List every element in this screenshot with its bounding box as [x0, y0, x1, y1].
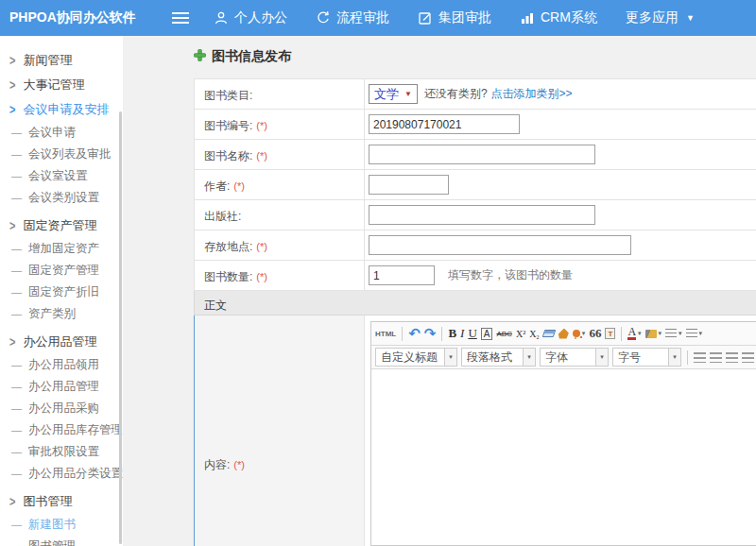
align-justify-button[interactable]: [742, 352, 754, 363]
align-center-icon: [710, 352, 722, 363]
unordered-list-button[interactable]: ▾: [686, 329, 703, 339]
add-plus-icon: [194, 48, 206, 65]
sidebar-item-meeting-apply[interactable]: —会议申请: [0, 122, 123, 144]
publisher-input[interactable]: [369, 205, 595, 225]
form-row-location: 存放地点:(*): [194, 230, 756, 261]
sidebar-item-supplies-inventory[interactable]: —办公用品库存管理: [0, 419, 123, 441]
form-row-quantity: 图书数量:(*) 填写数字，该图书的数量: [194, 261, 756, 291]
form-row-author: 作者:(*): [194, 170, 756, 200]
blockquote-button[interactable]: 66: [589, 326, 601, 341]
sidebar-item-news-mgmt[interactable]: >新闻管理: [9, 53, 123, 68]
format-clear-button[interactable]: [558, 329, 569, 339]
html-source-button[interactable]: HTML: [375, 330, 396, 338]
location-input[interactable]: [369, 235, 631, 255]
font-color-button[interactable]: A▾: [627, 327, 641, 340]
sidebar-item-asset-depreciation[interactable]: —固定资产折旧: [0, 282, 123, 303]
sidebar-item-book-mgmt[interactable]: >图书管理: [9, 494, 123, 509]
dash-icon: —: [11, 446, 22, 458]
dash-icon: —: [11, 402, 22, 415]
dash-icon: —: [11, 286, 22, 299]
editor-content-area[interactable]: [371, 369, 756, 545]
sidebar-item-meeting-category[interactable]: —会议类别设置: [0, 187, 123, 209]
dash-icon: —: [11, 127, 22, 139]
nav-group-approval[interactable]: 集团审批: [418, 9, 491, 26]
field-label: 出版社:: [204, 210, 241, 223]
font-size-select[interactable]: 字号▾: [612, 348, 681, 367]
sidebar-item-book-manage[interactable]: —图书管理: [0, 536, 123, 546]
category-hint: 还没有类别?: [424, 86, 488, 102]
menu-toggle-icon[interactable]: [172, 12, 189, 24]
sidebar-item-meeting-room[interactable]: —会议室设置: [0, 165, 123, 187]
italic-button[interactable]: I: [460, 326, 464, 341]
app-logo: PHPOA协同办公软件: [0, 9, 151, 26]
section-header-body: 正文: [194, 291, 756, 316]
book-name-input[interactable]: [369, 145, 595, 164]
dash-icon: —: [11, 468, 22, 480]
sidebar-item-supplies-purchase[interactable]: —办公用品采购: [0, 398, 123, 419]
sidebar-item-approval-permission[interactable]: —审批权限设置: [0, 441, 123, 463]
author-input[interactable]: [369, 175, 449, 195]
toolbar-separator: [441, 327, 442, 341]
redo-button[interactable]: ↷: [424, 327, 437, 340]
nav-crm-system[interactable]: CRM系统: [520, 9, 597, 26]
doodle-button[interactable]: ▾: [573, 330, 586, 337]
sidebar-scrollbar[interactable]: [119, 111, 122, 544]
bold-button[interactable]: B: [448, 326, 456, 341]
book-number-input[interactable]: [369, 114, 520, 134]
caret-down-icon: ▾: [679, 330, 682, 337]
undo-button[interactable]: ↶: [408, 327, 421, 340]
align-center-button[interactable]: [710, 352, 722, 363]
align-left-button[interactable]: [694, 352, 706, 363]
toolbar-separator: [621, 327, 622, 341]
char-border-button[interactable]: A: [481, 328, 493, 340]
sidebar-item-supplies-mgmt[interactable]: >办公用品管理: [9, 334, 123, 350]
required-marker: (*): [256, 120, 267, 131]
dash-icon: —: [11, 519, 22, 531]
align-right-button[interactable]: [726, 352, 738, 363]
sidebar-item-meeting-list[interactable]: —会议列表及审批: [0, 144, 123, 165]
paste-text-button[interactable]: T: [605, 328, 615, 339]
edit-square-icon: [418, 10, 433, 26]
nav-more-apps[interactable]: 更多应用: [626, 9, 679, 26]
superscript-button[interactable]: X²: [516, 329, 525, 339]
highlight-color-button[interactable]: ▾: [645, 330, 662, 338]
nav-personal-office[interactable]: 个人办公: [214, 9, 287, 26]
sidebar-item-meeting-mgmt[interactable]: >会议申请及安排: [9, 102, 123, 117]
underline-button[interactable]: U: [468, 326, 476, 341]
sidebar-item-asset-mgmt[interactable]: >固定资产管理: [9, 218, 123, 233]
custom-title-select[interactable]: 自定义标题▾: [375, 348, 457, 367]
font-family-select[interactable]: 字体▾: [540, 348, 609, 367]
ordered-list-button[interactable]: ▾: [665, 329, 682, 339]
sidebar: >新闻管理 >大事记管理 >会议申请及安排 —会议申请 —会议列表及审批 —会议…: [0, 36, 123, 546]
quantity-hint: 填写数字，该图书的数量: [448, 267, 573, 283]
sidebar-item-book-new[interactable]: —新建图书: [0, 514, 123, 536]
subscript-button[interactable]: X₂: [529, 329, 540, 339]
chevron-right-icon: >: [9, 51, 15, 70]
sidebar-item-supplies-claim[interactable]: —办公用品领用: [0, 354, 123, 376]
paragraph-format-select[interactable]: 段落格式▾: [461, 348, 536, 367]
select-caret-icon: ▼: [404, 90, 412, 98]
strikethrough-button[interactable]: ABC: [496, 330, 511, 338]
chevron-down-icon[interactable]: ▼: [686, 13, 695, 23]
quantity-input[interactable]: [369, 265, 435, 285]
category-select[interactable]: 文学 ▼: [369, 84, 418, 104]
nav-process-approval[interactable]: 流程审批: [316, 9, 389, 26]
caret-down-icon: ▾: [582, 330, 586, 337]
nav-label: 集团审批: [438, 9, 491, 26]
field-label: 图书编号:: [204, 119, 252, 132]
eraser-button[interactable]: [543, 330, 555, 337]
caret-down-icon: ▾: [595, 349, 608, 366]
dash-icon: —: [11, 424, 22, 436]
field-label: 图书名称:: [204, 149, 252, 162]
sidebar-item-asset-add[interactable]: —增加固定资产: [0, 238, 123, 260]
sidebar-item-asset-category[interactable]: —资产类别: [0, 303, 123, 325]
ordered-list-icon: [665, 329, 677, 339]
chevron-right-icon: >: [9, 100, 15, 119]
sidebar-item-supplies-manage[interactable]: —办公用品管理: [0, 376, 123, 398]
caret-down-icon: ▾: [444, 349, 456, 366]
sidebar-item-supplies-category[interactable]: —办公用品分类设置: [0, 463, 123, 485]
sidebar-item-events-mgmt[interactable]: >大事记管理: [9, 77, 123, 93]
chevron-right-icon: >: [9, 492, 15, 511]
add-category-link[interactable]: 点击添加类别>>: [491, 86, 573, 102]
sidebar-item-asset-manage[interactable]: —固定资产管理: [0, 260, 123, 282]
